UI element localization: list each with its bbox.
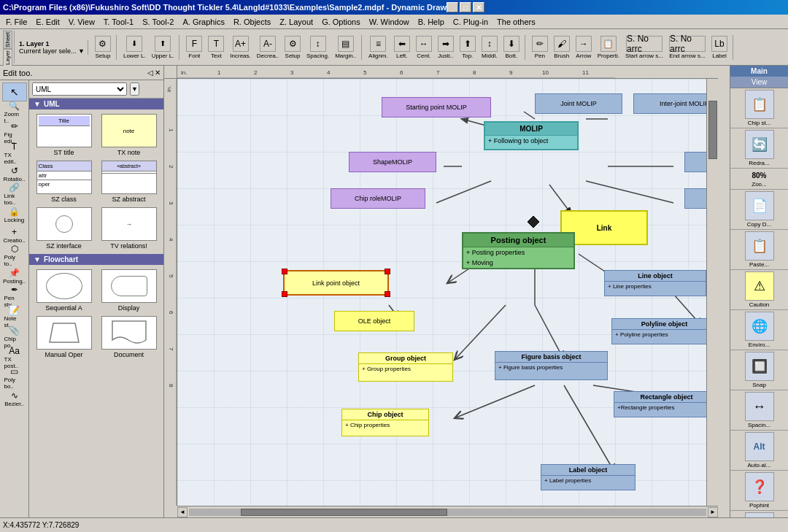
menu-layout[interactable]: Z. Layout (275, 16, 317, 28)
start-arrow-btn[interactable]: S. No arrc Start arrow s... (623, 35, 665, 60)
copy-btn[interactable]: 📄 Copy D... (730, 190, 788, 230)
sz-interface-tool[interactable]: SZ interface (32, 206, 96, 251)
menu-help[interactable]: B. Help (414, 16, 449, 28)
node-ole[interactable]: OLE object (334, 311, 414, 331)
pen-style-tool[interactable]: ✒ Pen sty.. (2, 287, 27, 306)
menu-objects[interactable]: R. Objects (229, 16, 275, 28)
node-fig-basis[interactable]: Figure basis object + Figure basis prope… (495, 351, 608, 380)
tool-select-btn[interactable]: ▼ (130, 82, 139, 96)
menu-file[interactable]: F. File (1, 16, 31, 28)
arrow-btn[interactable]: → Arrow (573, 35, 594, 60)
zoom-tool[interactable]: 🔍 Zoom t.. (2, 103, 27, 122)
end-arrow-btn[interactable]: S. No arrc End arrow s... (667, 35, 708, 60)
redraw-btn[interactable]: 🔄 Redra... (730, 128, 788, 169)
text-btn[interactable]: T Text (206, 35, 226, 60)
menu-graphics[interactable]: A. Graphics (178, 16, 228, 28)
node-joint[interactable]: Joint MOLIP (535, 93, 622, 114)
node-rect[interactable]: Rectangle object +Rectangle properties (614, 391, 718, 417)
bezier-tool[interactable]: ∿ Bezier.. (2, 389, 27, 408)
margin-btn[interactable]: ▤ Margin.. (333, 35, 358, 60)
document-tool[interactable]: Document (97, 315, 161, 360)
chip-pos-tool[interactable]: 📎 Chip po.. (2, 328, 27, 347)
menu-tool1[interactable]: T. Tool-1 (99, 16, 138, 28)
top-btn[interactable]: ⬆ Top. (457, 35, 478, 60)
edit-tools-close[interactable]: ✕ (155, 69, 161, 77)
fig-edit-tool[interactable]: ✏ Fig edi.. (2, 123, 27, 142)
middl-btn[interactable]: ↕ Middl. (479, 35, 500, 60)
poly-bo-tool[interactable]: ▭ Poly bo.. (2, 369, 27, 388)
hscroll-right[interactable]: ► (708, 507, 718, 517)
node-chip[interactable]: Chip object + Chip properties (341, 409, 429, 436)
note-style-tool[interactable]: 📝 Note st.. (2, 307, 27, 326)
zoom-btn[interactable]: 80% Zoo... (730, 169, 788, 190)
edit-tools-back[interactable]: ◁ (147, 69, 153, 77)
spacing-btn[interactable]: ↔ Spacin... (730, 390, 788, 431)
tx-edit-tool[interactable]: T TX edit.. (2, 144, 27, 163)
link-tool[interactable]: 🔗 Link too.. (2, 185, 27, 204)
setup2-btn[interactable]: ⚙ Setup (282, 35, 303, 60)
caution-btn[interactable]: ⚠ Caution (730, 270, 788, 310)
node-starting[interactable]: Starting point MOLIP (382, 97, 491, 117)
snap-btn[interactable]: 🔲 Snap (730, 350, 788, 390)
poly-tool[interactable]: ⬡ Poly to.. (2, 246, 27, 265)
vertical-scrollbar[interactable] (706, 79, 718, 506)
lower-l-btn[interactable]: ⬇ Lower L. (121, 35, 148, 60)
menu-view[interactable]: V. View (64, 16, 99, 28)
font-btn[interactable]: F Font (184, 35, 204, 60)
tab-layer[interactable]: Layer (3, 49, 12, 66)
close-button[interactable]: ✕ (473, 2, 484, 12)
enviro-btn[interactable]: 🌐 Enviro... (730, 310, 788, 350)
decrease-btn[interactable]: A- Decrea.. (255, 35, 281, 60)
node-shape[interactable]: ShapeMOLIP (349, 152, 436, 172)
tx-note-tool[interactable]: note TX note (97, 112, 161, 158)
node-line[interactable]: Line object + Line properties (604, 270, 706, 296)
manual-oper-tool[interactable]: Manual Oper (32, 315, 96, 360)
sz-class-tool[interactable]: Class attr oper SZ class (32, 159, 96, 204)
align-btn[interactable]: ≡ Alignm. (366, 35, 390, 60)
tx-post-tool[interactable]: Aa TX post.. (2, 348, 27, 367)
menu-edit[interactable]: E. Edit (31, 16, 63, 28)
current-layer-btn[interactable]: Current layer sele... ▼ (19, 47, 85, 55)
creation-tool[interactable]: + Creatio.. (2, 225, 27, 244)
menu-tool2[interactable]: S. Tool-2 (138, 16, 178, 28)
diagram-canvas[interactable]: MOLIP + Following to object Starting poi… (177, 79, 718, 506)
right-btn[interactable]: ➡ Justi.. (436, 35, 456, 60)
node-inter-joint[interactable]: Inter-joint MOLIP (633, 93, 718, 114)
menu-window[interactable]: W. Window (365, 16, 414, 28)
display-tool[interactable]: Display (97, 268, 161, 313)
node-molip[interactable]: MOLIP + Following to object (484, 121, 579, 150)
cent-btn[interactable]: ↔ Cent. (414, 35, 434, 60)
brush-btn[interactable]: 🖌 Brush (552, 35, 572, 60)
select-tool[interactable]: ↖ (2, 82, 27, 101)
sz-abstract-tool[interactable]: «abstract» SZ abstract (97, 159, 161, 204)
tool-category-select[interactable]: UML Flowchart (32, 82, 127, 96)
sidebar-view-tab[interactable]: View (730, 77, 788, 88)
node-polyline[interactable]: Polyline object + Polyline properties (611, 318, 717, 344)
node-posting[interactable]: Posting object + Posting properties + Mo… (462, 232, 575, 269)
maximize-button[interactable]: □ (460, 2, 471, 12)
sequential-tool[interactable]: Sequential A (32, 268, 96, 313)
tab-sheet[interactable]: Sheet (3, 31, 12, 49)
bott-btn[interactable]: ⬇ Bott. (501, 35, 522, 60)
pophint-btn[interactable]: ❓ Pophint (730, 471, 788, 511)
menu-others[interactable]: The others (492, 16, 540, 28)
node-label[interactable]: Label object + Label properties (541, 464, 636, 490)
node-group[interactable]: Group object + Group properties (358, 352, 453, 382)
menu-options[interactable]: G. Options (317, 16, 365, 28)
rotation-tool[interactable]: ↺ Rotatio.. (2, 164, 27, 183)
node-link-point[interactable]: Link point object (283, 270, 389, 296)
setup-btn[interactable]: ⚙ Setup (93, 35, 113, 60)
locking-tool[interactable]: 🔒 Locking (2, 205, 27, 224)
auto-alt-btn[interactable]: Alt Auto-al... (730, 431, 788, 471)
tv-relations-tool[interactable]: → TV relations! (97, 206, 161, 251)
spacing-btn[interactable]: ↕ Spacing. (304, 35, 331, 60)
minimize-button[interactable]: _ (447, 2, 458, 12)
paste-btn[interactable]: 📋 Paste... (730, 230, 788, 270)
hscroll-left[interactable]: ◄ (177, 507, 188, 517)
horizontal-scrollbar[interactable]: ◄ ► (177, 506, 718, 517)
node-chip-role[interactable]: Chip roleMOLIP (331, 188, 425, 209)
increase-btn[interactable]: A+ Increas. (228, 35, 252, 60)
pen-btn[interactable]: ✏ Pen (530, 35, 550, 60)
chip-btn[interactable]: 📋 Chip st... (730, 88, 788, 128)
left-btn[interactable]: ⬅ Left. (392, 35, 412, 60)
